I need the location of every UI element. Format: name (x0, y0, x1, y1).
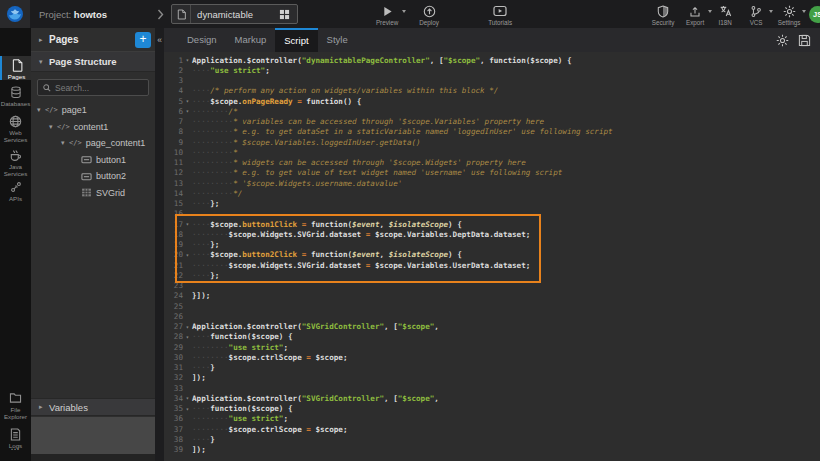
fold-marker-icon[interactable]: ▾ (183, 221, 192, 227)
code-line[interactable]: 16 (164, 209, 820, 219)
code-line[interactable]: 36········"use strict"; (164, 414, 820, 424)
code-line[interactable]: 12·········* e.g. to get value of text w… (164, 168, 820, 178)
code-line[interactable]: 39]); (164, 445, 820, 455)
tree-node-button1[interactable]: button1 (31, 152, 155, 169)
pages-icon (2, 59, 31, 72)
code-text: ····}; (192, 271, 219, 280)
sidebar-item-web-services[interactable]: WebServices (0, 112, 31, 143)
sidebar-more-button[interactable]: ⋯ (0, 444, 31, 454)
code-line[interactable]: 2····"use strict"; (164, 65, 820, 75)
code-line[interactable]: 11·········* widgets can be accessed thr… (164, 158, 820, 168)
project-name: howtos (74, 9, 107, 20)
tab-design[interactable]: Design (178, 28, 226, 52)
code-line[interactable]: 25 (164, 301, 820, 311)
sidebar-item-java-services[interactable]: JavaServices (0, 146, 31, 177)
user-avatar[interactable]: JS (809, 6, 820, 23)
vcs-button[interactable]: VCS (741, 0, 771, 28)
caret-down-icon[interactable]: ▾ (49, 123, 57, 131)
tab-script[interactable]: Script (275, 28, 317, 52)
collapse-panel-button[interactable]: « (155, 34, 164, 46)
code-line[interactable]: 26 (164, 311, 820, 321)
tab-markup[interactable]: Markup (226, 28, 276, 52)
code-line[interactable]: 28▾····function($scope) { (164, 332, 820, 342)
tree-node-button2[interactable]: button2 (31, 168, 155, 185)
code-line[interactable]: 8·········* e.g. to get dataSet in a sta… (164, 127, 820, 137)
export-button[interactable]: Export (680, 0, 710, 28)
code-line[interactable]: 23 (164, 281, 820, 291)
code-line[interactable]: 7·········* variables can be accessed th… (164, 117, 820, 127)
variables-section-header[interactable]: ▸ Variables (31, 398, 155, 416)
line-number: 37 (164, 425, 183, 434)
fold-marker-icon[interactable]: ▾ (183, 395, 192, 401)
fold-marker-icon[interactable]: ▾ (183, 334, 192, 340)
line-number: 28 (164, 332, 183, 341)
grid-view-icon[interactable] (279, 9, 297, 20)
code-line[interactable]: 5▾····$scope.onPageReady = function() { (164, 96, 820, 106)
code-line[interactable]: 15····}; (164, 199, 820, 209)
page-structure-header[interactable]: ▾ Page Structure (31, 52, 155, 72)
deploy-button[interactable]: Deploy (412, 0, 446, 28)
fold-marker-icon[interactable]: ▾ (183, 57, 192, 63)
app-logo[interactable] (0, 0, 30, 28)
caret-down-icon[interactable]: ▾ (61, 139, 69, 147)
security-button[interactable]: Security (648, 0, 678, 28)
tutorials-icon (493, 5, 507, 17)
sidebar-item-databases[interactable]: Databases (0, 83, 31, 107)
search-input[interactable]: Search... (37, 79, 149, 96)
sidebar-item-file-explorer[interactable]: FileExplorer (0, 389, 31, 420)
top-bar: Project: howtos dynamictable PreviewDepl… (0, 0, 820, 28)
code-line[interactable]: 35▾····function($scope) { (164, 404, 820, 414)
code-line[interactable]: 24}]); (164, 291, 820, 301)
tree-node-SVGrid[interactable]: SVGrid (31, 185, 155, 202)
script-code-editor[interactable]: 1▾Application.$controller("dynamictableP… (164, 52, 820, 461)
fold-marker-icon[interactable]: ▾ (183, 406, 192, 412)
line-number: 4 (164, 86, 183, 95)
fold-marker-icon[interactable]: ▾ (183, 252, 192, 258)
i18n-button[interactable]: I18N (710, 0, 740, 28)
code-line[interactable]: 37········$scope.ctrlScope = $scope; (164, 424, 820, 434)
tutorials-button[interactable]: Tutorials (482, 0, 518, 28)
code-line[interactable]: 10·········* (164, 147, 820, 157)
settings-button[interactable]: Settings (774, 0, 804, 28)
code-line[interactable]: 9·········* $scope.Variables.loggedInUse… (164, 137, 820, 147)
code-line[interactable]: 22····}; (164, 270, 820, 280)
code-line[interactable]: 38····} (164, 434, 820, 444)
code-line[interactable]: 4····/* perform any action on widgets/va… (164, 86, 820, 96)
code-line[interactable]: 33 (164, 383, 820, 393)
tree-node-content1[interactable]: ▾</>content1 (31, 119, 155, 136)
code-line[interactable]: 31····} (164, 363, 820, 373)
code-line[interactable]: 30········$scope.ctrlScope = $scope; (164, 352, 820, 362)
code-line[interactable]: 32]); (164, 373, 820, 383)
pages-panel-header[interactable]: ▸ Pages + (31, 28, 155, 52)
page-selector-dropdown[interactable]: dynamictable (171, 4, 298, 24)
page-settings-gear-icon[interactable] (776, 34, 789, 47)
code-line[interactable]: 1▾Application.$controller("dynamictableP… (164, 55, 820, 65)
save-icon[interactable] (798, 34, 811, 47)
preview-button[interactable]: Preview (370, 0, 404, 28)
tree-node-page_content1[interactable]: ▾</>page_content1 (31, 135, 155, 152)
tab-style[interactable]: Style (318, 28, 357, 52)
caret-down-icon[interactable]: ▾ (37, 106, 45, 114)
add-page-button[interactable]: + (135, 32, 151, 48)
fold-marker-icon[interactable]: ▾ (183, 108, 192, 114)
fold-marker-icon[interactable]: ▾ (183, 324, 192, 330)
pages-panel: ▸ Pages + ▾ Page Structure Search... ▾</… (31, 28, 155, 461)
code-line[interactable]: 20▾····$scope.button2Click = function($e… (164, 250, 820, 260)
code-line[interactable]: 18········$scope.Widgets.SVGrid.dataset … (164, 229, 820, 239)
code-line[interactable]: 29········"use strict"; (164, 342, 820, 352)
code-line[interactable]: 27▾Application.$controller("SVGridContro… (164, 322, 820, 332)
fold-marker-icon[interactable]: ▾ (183, 98, 192, 104)
tree-node-page1[interactable]: ▾</>page1 (31, 102, 155, 119)
code-line[interactable]: 14·········*/ (164, 188, 820, 198)
code-line[interactable]: 6▾········/* (164, 106, 820, 116)
shield-icon (657, 5, 669, 17)
code-line[interactable]: 34▾Application.$controller("SVGridContro… (164, 393, 820, 403)
code-line[interactable]: 17▾····$scope.button1Click = function($e… (164, 219, 820, 229)
code-line[interactable]: 21········$scope.Widgets.SVGrid.dataset … (164, 260, 820, 270)
sidebar-item-apis[interactable]: APIs (0, 178, 31, 202)
code-line[interactable]: 19····}; (164, 240, 820, 250)
sidebar-item-pages[interactable]: Pages (0, 56, 31, 80)
code-line[interactable]: 3 (164, 76, 820, 86)
code-line[interactable]: 13·········* '$scope.Widgets.username.da… (164, 178, 820, 188)
line-number: 39 (164, 445, 183, 454)
